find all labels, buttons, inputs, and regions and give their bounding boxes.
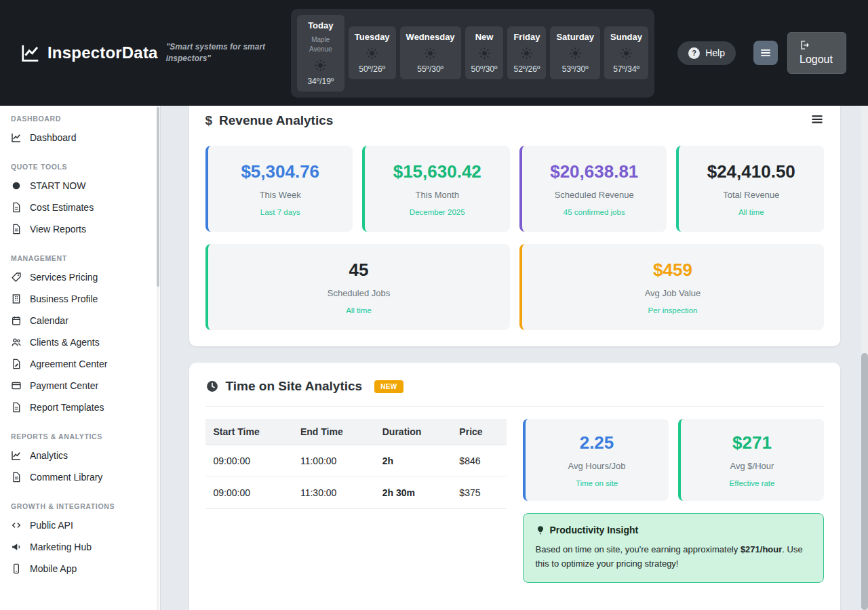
- hamburger-menu-button[interactable]: [753, 41, 778, 65]
- sidebar-item-services-pricing[interactable]: Services Pricing: [0, 266, 160, 288]
- header-actions: ? Help Logout: [677, 32, 846, 74]
- sun-icon: [366, 47, 378, 60]
- stat-card-scheduled-jobs: 45 Scheduled Jobs All time: [205, 244, 510, 330]
- sun-icon: [424, 47, 437, 60]
- stat-caption: Time on site: [531, 479, 663, 487]
- stat-caption: Last 7 days: [215, 208, 347, 216]
- sidebar-item-view-reports[interactable]: View Reports: [0, 218, 160, 240]
- stat-card-avg-dollar-hour: $271 Avg $/Hour Effective rate: [678, 419, 824, 501]
- stat-value: $15,630.42: [372, 161, 503, 182]
- sidebar-item-report-templates[interactable]: Report Templates: [0, 396, 160, 418]
- logout-button[interactable]: Logout: [787, 32, 846, 74]
- cell-duration: 2h: [374, 445, 452, 477]
- sidebar-item-analytics[interactable]: Analytics: [0, 445, 160, 466]
- revenue-analytics-card: $ Revenue Analytics $5,304.76 This Week …: [189, 106, 840, 346]
- stat-value: 45: [215, 260, 503, 281]
- sun-icon: [314, 59, 327, 72]
- sidebar-item-start-now[interactable]: START NOW: [0, 175, 160, 197]
- sidebar-item-label: Payment Center: [30, 380, 98, 391]
- weather-temps: 52º/26º: [514, 64, 540, 74]
- stat-card-avg-hours-job: 2.25 Avg Hours/Job Time on site: [523, 419, 669, 501]
- stat-caption: All time: [215, 306, 503, 314]
- sidebar-item-comment-library[interactable]: Comment Library: [0, 466, 160, 488]
- sidebar-section-quote-tools: QUOTE TOOLS: [0, 155, 160, 175]
- cell-end-time: 11:30:00: [292, 477, 374, 509]
- sidebar-section-reports-analytics: REPORTS & ANALYTICS: [0, 425, 160, 445]
- weather-card: Sunday 57º/34º: [604, 26, 648, 79]
- weather-bar: Today Maple Avenue 34º/19º Tuesday 50º/2…: [291, 9, 654, 98]
- weather-card: Friday 52º/26º: [507, 26, 546, 79]
- lightbulb-icon: [536, 525, 545, 535]
- calendar-icon: [11, 315, 22, 326]
- revenue-card-menu-button[interactable]: [810, 113, 824, 128]
- sidebar-item-cost-estimates[interactable]: Cost Estimates: [0, 197, 160, 218]
- weather-temps: 50º/26º: [359, 64, 385, 74]
- revenue-stats-row-2: 45 Scheduled Jobs All time $459 Avg Job …: [205, 244, 824, 330]
- sidebar-item-mobile-app[interactable]: Mobile App: [0, 558, 160, 580]
- column-header-start-time: Start Time: [205, 419, 292, 445]
- weather-location-label: Maple Avenue: [303, 35, 338, 54]
- weather-temps: 57º/34º: [613, 64, 639, 74]
- help-label: Help: [705, 47, 725, 58]
- sidebar-item-label: Services Pricing: [30, 272, 98, 283]
- time-card-header: Time on Site Analytics NEW: [205, 379, 824, 407]
- sidebar-section-management: MANAGEMENT: [0, 247, 160, 266]
- insight-title: Productivity Insight: [550, 525, 639, 535]
- document-icon: [11, 202, 22, 213]
- column-header-price: Price: [451, 419, 506, 445]
- time-card-body: Start Time End Time Duration Price 09:00…: [205, 419, 824, 583]
- productivity-insight-panel: Productivity Insight Based on time on si…: [523, 513, 824, 583]
- app-header: InspectorData "Smart systems for smart i…: [0, 0, 868, 106]
- stat-label: Total Revenue: [686, 190, 817, 200]
- weather-day-label: Today: [308, 20, 333, 30]
- weather-day-label: Wednesday: [406, 32, 455, 42]
- building-icon: [11, 293, 22, 304]
- stat-card-total-revenue: $24,410.50 Total Revenue All time: [676, 146, 824, 232]
- weather-day-label: Saturday: [556, 32, 594, 42]
- stat-caption: All time: [686, 208, 817, 216]
- weather-card-today: Today Maple Avenue 34º/19º: [297, 15, 344, 92]
- sidebar-item-label: Business Profile: [30, 293, 98, 304]
- sidebar-item-dashboard[interactable]: Dashboard: [0, 127, 160, 148]
- stat-label: Scheduled Revenue: [529, 190, 660, 200]
- stat-card-this-week: $5,304.76 This Week Last 7 days: [205, 146, 353, 232]
- weather-temps: 34º/19º: [307, 77, 334, 86]
- sidebar-item-calendar[interactable]: Calendar: [0, 310, 160, 331]
- help-button[interactable]: ? Help: [677, 41, 736, 65]
- sidebar-item-clients-agents[interactable]: Clients & Agents: [0, 331, 160, 353]
- insight-text: Based on time on site, you're earning ap…: [536, 542, 811, 571]
- time-stats-container: 2.25 Avg Hours/Job Time on site $271 Avg…: [523, 419, 824, 583]
- time-card-title: Time on Site Analytics: [226, 379, 363, 394]
- sidebar-item-agreement-center[interactable]: Agreement Center: [0, 353, 160, 375]
- stat-label: This Week: [215, 190, 347, 200]
- table-row: 09:00:00 11:30:00 2h 30m $375: [205, 477, 507, 509]
- sidebar-item-business-profile[interactable]: Business Profile: [0, 288, 160, 310]
- sidebar-item-label: Clients & Agents: [30, 337, 100, 348]
- chart-line-icon: [11, 450, 22, 461]
- stat-label: This Month: [372, 190, 503, 200]
- stat-caption: 45 confirmed jobs: [529, 208, 660, 216]
- insight-text-before: Based on time on site, you're earning ap…: [536, 544, 741, 554]
- sidebar-section-dashboard: DASHBOARD: [0, 107, 160, 127]
- sidebar-scrollbar-thumb[interactable]: [157, 107, 159, 287]
- code-icon: [11, 520, 22, 531]
- time-stats-row: 2.25 Avg Hours/Job Time on site $271 Avg…: [523, 419, 824, 501]
- column-header-end-time: End Time: [292, 419, 374, 445]
- bars-icon: [760, 47, 772, 59]
- cell-price: $375: [451, 477, 506, 509]
- clock-icon: [205, 380, 219, 393]
- sidebar-item-label: View Reports: [30, 224, 86, 235]
- sidebar-item-public-api[interactable]: Public API: [0, 514, 160, 536]
- sidebar-item-label: Public API: [30, 520, 73, 531]
- brand-chart-icon: [20, 43, 41, 63]
- weather-card: New 50º/30º: [465, 26, 504, 79]
- column-header-duration: Duration: [374, 419, 452, 445]
- table-header-row: Start Time End Time Duration Price: [205, 419, 507, 445]
- sidebar-item-label: Dashboard: [30, 132, 77, 143]
- revenue-card-header: $ Revenue Analytics: [205, 113, 824, 128]
- sidebar-item-marketing-hub[interactable]: Marketing Hub: [0, 536, 160, 558]
- sidebar-item-payment-center[interactable]: Payment Center: [0, 375, 160, 396]
- main-scrollbar-thumb[interactable]: [861, 353, 868, 610]
- bars-icon: [810, 113, 824, 126]
- sidebar: DASHBOARD Dashboard QUOTE TOOLS START NO…: [0, 106, 161, 610]
